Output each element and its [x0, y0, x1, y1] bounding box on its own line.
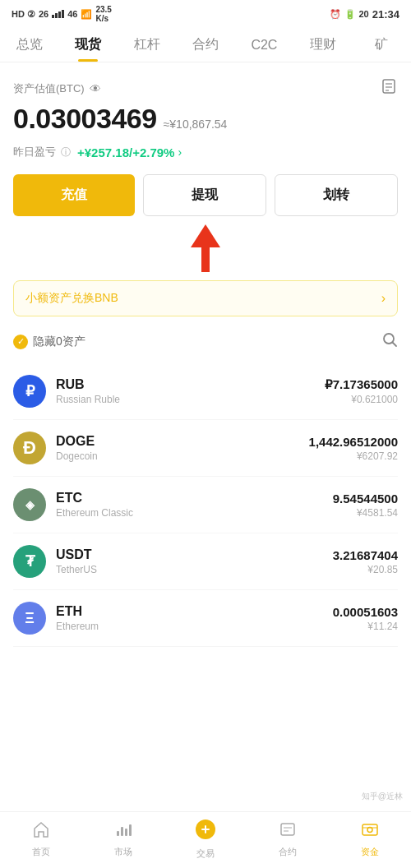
deposit-button[interactable]: 充值	[13, 174, 135, 216]
bottom-nav-funds[interactable]: 资金	[329, 814, 411, 866]
bottom-nav-trade-label: 交易	[196, 847, 215, 860]
etc-values: 9.54544500 ¥4581.54	[333, 492, 398, 519]
btc-value-row: 0.03003469 ≈¥10,867.54	[13, 103, 398, 138]
usdt-fullname: TetherUS	[56, 564, 333, 575]
bottom-nav-home[interactable]: 首页	[0, 814, 82, 866]
eth-fullname: Ethereum	[56, 621, 333, 632]
tab-mining[interactable]: 矿	[353, 28, 411, 62]
exchange-banner-text: 小额资产兑换BNB	[25, 291, 118, 306]
cny-approx: ≈¥10,867.54	[164, 118, 228, 131]
asset-item-eth[interactable]: Ξ ETH Ethereum 0.00051603 ¥11.24	[13, 590, 398, 647]
hide-zero-checkbox[interactable]: ✓	[13, 335, 28, 349]
svg-rect-6	[117, 831, 119, 836]
filter-label: 隐藏0资产	[33, 335, 85, 349]
svg-rect-14	[363, 824, 377, 835]
withdraw-button[interactable]: 提现	[143, 174, 266, 216]
eth-icon: Ξ	[13, 602, 46, 635]
doge-cny: ¥6207.92	[309, 450, 398, 462]
doge-fullname: Dogecoin	[56, 450, 309, 462]
pnl-value: +¥257.18/+2.79%	[77, 145, 174, 159]
usdt-symbol: USDT	[56, 547, 333, 562]
network-speed: 23.5K/s	[95, 5, 111, 23]
time-display: 21:34	[372, 8, 399, 21]
svg-rect-7	[121, 827, 123, 836]
tab-overview[interactable]: 总览	[0, 28, 58, 62]
history-icon[interactable]	[380, 77, 398, 99]
asset-label-text: 资产估值(BTC)	[13, 81, 85, 96]
filter-left[interactable]: ✓ 隐藏0资产	[13, 335, 85, 349]
usdt-icon: ₮	[13, 545, 46, 578]
asset-item-rub[interactable]: ₽ RUB Russian Ruble ₽7.17365000 ¥0.62100…	[13, 363, 398, 420]
rub-cny: ¥0.621000	[325, 394, 398, 405]
action-buttons: 充值 提现 划转	[13, 174, 398, 216]
arrow-shaft	[201, 247, 210, 272]
search-icon[interactable]	[381, 331, 398, 352]
doge-icon: Ð	[13, 432, 46, 464]
red-arrow	[191, 224, 220, 272]
nav-tabs: 总览 现货 杠杆 合约 C2C 理财 矿	[0, 26, 411, 62]
futures-icon	[279, 820, 297, 843]
pnl-info-icon: ⓘ	[61, 145, 71, 159]
etc-info: ETC Ethereum Classic	[56, 491, 333, 519]
rub-values: ₽7.17365000 ¥0.621000	[325, 377, 398, 405]
exchange-banner-arrow: ›	[381, 291, 386, 306]
rub-symbol: RUB	[56, 377, 325, 392]
trade-icon	[195, 819, 216, 845]
svg-line-5	[393, 343, 397, 347]
eth-info: ETH Ethereum	[56, 604, 333, 632]
status-left: HD ② 26 46 📶 23.5K/s	[12, 5, 112, 23]
eth-cny: ¥11.24	[333, 621, 398, 632]
alarm-icon: ⏰	[330, 9, 341, 20]
bottom-nav-trade[interactable]: 交易	[164, 812, 247, 868]
asset-label-left: 资产估值(BTC) 👁	[13, 81, 101, 96]
tab-c2c[interactable]: C2C	[235, 30, 293, 61]
network-type: 46	[67, 9, 77, 19]
etc-fullname: Ethereum Classic	[56, 507, 333, 519]
pnl-label: 昨日盈亏	[13, 145, 56, 159]
main-content: 资产估值(BTC) 👁 0.03003469 ≈¥10,867.54 昨日盈亏 …	[0, 62, 411, 647]
eth-amount: 0.00051603	[333, 605, 398, 619]
doge-amount: 1,442.96512000	[309, 435, 398, 449]
bottom-nav: 首页 市场 交易 合约	[0, 811, 411, 868]
rub-info: RUB Russian Ruble	[56, 377, 325, 405]
usdt-values: 3.21687404 ¥20.85	[333, 548, 398, 575]
asset-item-doge[interactable]: Ð DOGE Dogecoin 1,442.96512000 ¥6207.92	[13, 420, 398, 477]
bottom-nav-home-label: 首页	[32, 846, 50, 858]
signal-bars	[52, 10, 64, 18]
home-icon	[32, 820, 50, 843]
filter-row: ✓ 隐藏0资产	[13, 331, 398, 352]
bottom-nav-futures[interactable]: 合约	[247, 814, 329, 866]
battery-level: 20	[359, 9, 369, 19]
tab-margin[interactable]: 杠杆	[118, 28, 176, 62]
etc-symbol: ETC	[56, 491, 333, 506]
usdt-cny: ¥20.85	[333, 564, 398, 575]
bottom-nav-funds-label: 资金	[361, 846, 379, 858]
wifi-icon: 📶	[81, 9, 92, 20]
tab-finance[interactable]: 理财	[293, 28, 352, 62]
transfer-button[interactable]: 划转	[275, 174, 398, 216]
doge-symbol: DOGE	[56, 434, 309, 449]
network-label: HD ②	[12, 9, 35, 20]
signal-26: 26	[39, 9, 48, 19]
eye-icon[interactable]: 👁	[90, 82, 101, 95]
btc-value: 0.03003469	[13, 103, 157, 135]
rub-fullname: Russian Ruble	[56, 394, 325, 405]
eth-symbol: ETH	[56, 604, 333, 619]
asset-item-etc[interactable]: ◈ ETC Ethereum Classic 9.54544500 ¥4581.…	[13, 477, 398, 533]
eth-values: 0.00051603 ¥11.24	[333, 605, 398, 632]
asset-list: ₽ RUB Russian Ruble ₽7.17365000 ¥0.62100…	[13, 363, 398, 647]
bottom-nav-market[interactable]: 市场	[82, 814, 164, 866]
usdt-info: USDT TetherUS	[56, 547, 333, 575]
tab-futures[interactable]: 合约	[176, 28, 234, 62]
etc-icon: ◈	[13, 488, 46, 521]
arrow-annotation	[13, 224, 398, 274]
asset-label-row: 资产估值(BTC) 👁	[13, 77, 398, 99]
funds-icon	[361, 820, 379, 843]
watermark: 知乎@近林	[362, 791, 403, 802]
asset-item-usdt[interactable]: ₮ USDT TetherUS 3.21687404 ¥20.85	[13, 533, 398, 590]
tab-spot[interactable]: 现货	[58, 28, 117, 62]
doge-info: DOGE Dogecoin	[56, 434, 309, 462]
svg-rect-8	[125, 829, 127, 836]
exchange-banner[interactable]: 小额资产兑换BNB ›	[13, 280, 398, 316]
arrow-head	[191, 224, 220, 247]
